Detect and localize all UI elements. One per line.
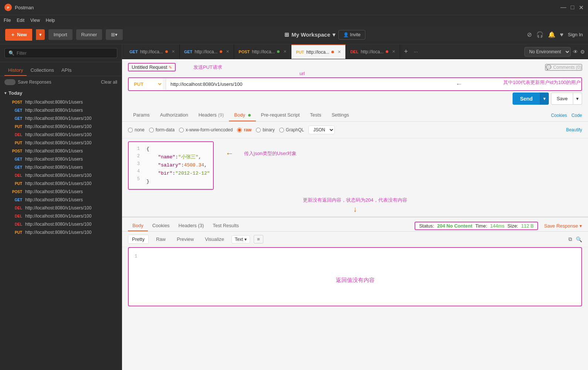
- workspace-button[interactable]: ⊞ My Workspace ▾: [284, 31, 335, 38]
- notification-icon[interactable]: 🔔: [548, 31, 555, 38]
- resp-tab-test-results[interactable]: Test Results: [208, 221, 243, 231]
- heart-icon[interactable]: ♥: [560, 31, 564, 38]
- list-item[interactable]: GEThttp://localhost:8080/v1/users: [0, 196, 122, 204]
- menu-edit[interactable]: Edit: [17, 18, 24, 23]
- tab-close-icon[interactable]: ✕: [283, 49, 287, 54]
- settings-icon[interactable]: 🎧: [536, 31, 544, 38]
- menu-view[interactable]: View: [30, 18, 40, 23]
- save-response-button[interactable]: Save Response ▾: [544, 223, 582, 229]
- menu-help[interactable]: Help: [46, 18, 55, 23]
- save-responses-switch[interactable]: [4, 79, 16, 85]
- method-del-badge: DEL: [9, 214, 22, 218]
- runner-button[interactable]: Runner: [76, 29, 102, 40]
- option-none[interactable]: none: [128, 127, 145, 132]
- sign-in-button[interactable]: Sign In: [568, 32, 583, 37]
- format-visualize[interactable]: Visualize: [201, 235, 228, 243]
- tab-authorization[interactable]: Authorization: [155, 109, 193, 121]
- list-item[interactable]: GEThttp://localhost:8080/v1/users/100: [0, 114, 122, 122]
- option-binary[interactable]: binary: [256, 127, 275, 132]
- new-button[interactable]: ＋ New: [5, 29, 32, 41]
- menu-file[interactable]: File: [4, 18, 11, 23]
- tab-close-icon[interactable]: ✕: [172, 49, 175, 54]
- list-item[interactable]: DELhttp://localhost:8080/v1/users/100: [0, 212, 122, 220]
- list-item[interactable]: POSThttp://localhost:8080/v1/users: [0, 98, 122, 106]
- request-tab-get1[interactable]: GET http://loca... ✕: [125, 44, 180, 59]
- request-tab-del[interactable]: DEL http://loca... ✕: [346, 44, 400, 59]
- clear-all-button[interactable]: Clear all: [101, 80, 117, 85]
- option-urlencoded[interactable]: x-www-form-urlencoded: [179, 127, 233, 132]
- send-dropdown-button[interactable]: ▾: [540, 92, 549, 105]
- search-response-icon[interactable]: 🔍: [576, 236, 582, 242]
- tab-apis[interactable]: APIs: [58, 65, 75, 76]
- list-item[interactable]: PUThttp://localhost:8080/v1/users/100: [0, 179, 122, 188]
- save-dropdown-button[interactable]: ▾: [573, 92, 582, 105]
- list-item[interactable]: GEThttp://localhost:8080/v1/users: [0, 163, 122, 171]
- resp-tab-body[interactable]: Body: [128, 221, 148, 231]
- tab-close-icon[interactable]: ✕: [226, 49, 229, 54]
- list-item[interactable]: DELhttp://localhost:8080/v1/users/100: [0, 220, 122, 228]
- tab-tests[interactable]: Tests: [305, 109, 326, 121]
- titlebar: P Postman — □ ✕: [0, 0, 588, 15]
- method-select[interactable]: PUT GET POST DELETE: [129, 78, 163, 90]
- list-item[interactable]: PUThttp://localhost:8080/v1/users/100: [0, 122, 122, 131]
- maximize-button[interactable]: □: [571, 4, 574, 11]
- request-tab-get2[interactable]: GET http://loca... ✕: [180, 44, 234, 59]
- list-item[interactable]: DELhttp://localhost:8080/v1/users/100: [0, 204, 122, 212]
- list-item[interactable]: DELhttp://localhost:8080/v1/users/100: [0, 131, 122, 139]
- add-tab-button[interactable]: +: [400, 48, 412, 56]
- sidebar-section-today[interactable]: Today: [4, 90, 117, 96]
- text-format-dropdown[interactable]: Text ▾: [232, 235, 250, 243]
- option-raw[interactable]: raw: [237, 127, 251, 132]
- tab-collections[interactable]: Collections: [27, 65, 58, 76]
- request-tab-put[interactable]: PUT http://loca... ✕: [291, 44, 346, 59]
- search-toolbar-icon[interactable]: ⊘: [527, 31, 532, 38]
- resp-tab-cookies[interactable]: Cookies: [148, 221, 174, 231]
- tab-settings[interactable]: Settings: [327, 109, 354, 121]
- list-item[interactable]: POSThttp://localhost:8080/v1/users: [0, 188, 122, 196]
- tab-params[interactable]: Params: [128, 109, 155, 121]
- format-raw[interactable]: Raw: [152, 235, 169, 243]
- invite-button[interactable]: 👤 Invite: [338, 30, 365, 40]
- option-form-data[interactable]: form-data: [149, 127, 175, 132]
- format-preview[interactable]: Preview: [173, 235, 197, 243]
- new-dropdown-button[interactable]: ▾: [36, 29, 45, 40]
- eye-icon[interactable]: 👁: [573, 49, 578, 55]
- line-numbers: 1 2 3 4 5: [129, 145, 143, 186]
- list-item[interactable]: PUThttp://localhost:8080/v1/users/100: [0, 139, 122, 147]
- resp-tab-headers[interactable]: Headers (3): [174, 221, 209, 231]
- code-button[interactable]: Code: [571, 109, 582, 121]
- layout-button[interactable]: ⊞▾: [106, 29, 123, 40]
- tab-close-icon[interactable]: ✕: [338, 50, 341, 54]
- search-input[interactable]: [17, 51, 113, 56]
- list-item[interactable]: DELhttp://localhost:8080/v1/users/100: [0, 171, 122, 179]
- copy-icon[interactable]: ⧉: [568, 236, 572, 242]
- tab-pre-request[interactable]: Pre-request Script: [256, 109, 305, 121]
- request-tab-post[interactable]: POST http://loca... ✕: [234, 44, 291, 59]
- format-pretty[interactable]: Pretty: [128, 235, 149, 244]
- list-item[interactable]: POSThttp://localhost:8080/v1/users: [0, 147, 122, 155]
- tab-close-icon[interactable]: ✕: [392, 49, 395, 54]
- close-button[interactable]: ✕: [579, 4, 584, 11]
- down-arrow-icon: ↓: [353, 205, 357, 213]
- comments-button[interactable]: 💬 Comments (0): [545, 64, 582, 71]
- more-tabs-button[interactable]: ···: [412, 49, 420, 54]
- send-button[interactable]: Send: [513, 92, 540, 105]
- code-editor[interactable]: 1 2 3 4 5 { "name":"小张三", "salary":4500.…: [129, 142, 213, 189]
- import-button[interactable]: Import: [48, 29, 72, 40]
- beautify-button[interactable]: Beautify: [566, 127, 582, 132]
- format-dropdown[interactable]: JSON Text XML: [308, 125, 335, 134]
- settings-env-icon[interactable]: ⚙: [580, 49, 585, 55]
- url-input[interactable]: [166, 78, 581, 90]
- list-item[interactable]: GEThttp://localhost:8080/v1/users: [0, 106, 122, 114]
- list-item[interactable]: GEThttp://localhost:8080/v1/users: [0, 155, 122, 163]
- tab-headers[interactable]: Headers (9): [193, 109, 229, 121]
- option-graphql[interactable]: GraphQL: [279, 127, 304, 132]
- list-item[interactable]: PUThttp://localhost:8080/v1/users/100: [0, 228, 122, 236]
- save-button[interactable]: Save: [551, 92, 573, 105]
- tab-body[interactable]: Body: [229, 109, 256, 121]
- wrap-lines-button[interactable]: ≡: [254, 235, 263, 243]
- minimize-button[interactable]: —: [560, 4, 566, 11]
- environment-dropdown[interactable]: No Environment: [524, 47, 571, 57]
- cookies-button[interactable]: Cookies: [551, 109, 567, 121]
- tab-history[interactable]: History: [4, 65, 27, 76]
